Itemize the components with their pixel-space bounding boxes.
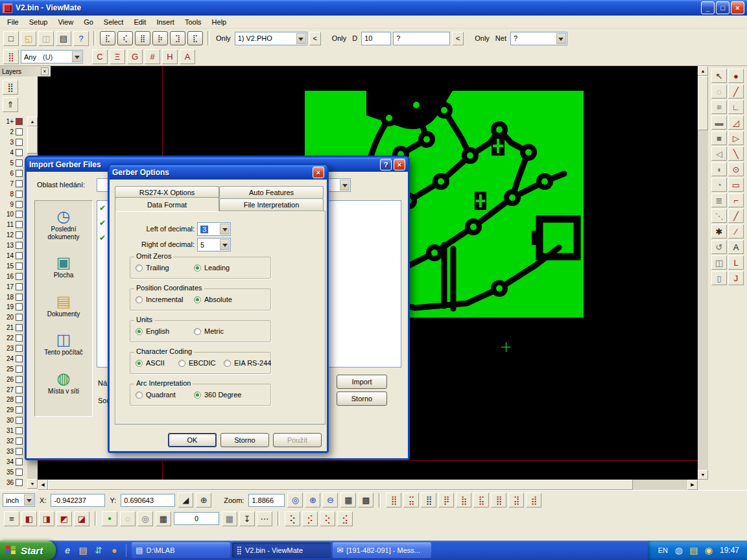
layer-row[interactable]: 8	[0, 189, 27, 199]
target-icon[interactable]: ⊕	[196, 493, 211, 508]
layers-panel-header[interactable]: Layers ×	[0, 66, 51, 76]
tool-icon[interactable]: ⋱	[711, 209, 727, 223]
radio-ascii[interactable]: ASCII	[136, 359, 165, 367]
radio-quadrant[interactable]: Quadrant	[136, 391, 176, 399]
dot-pattern-icon[interactable]: ⣪	[337, 511, 353, 526]
layer-row[interactable]: 36	[0, 477, 27, 487]
tool-icon[interactable]: ◫	[711, 255, 727, 270]
save-icon[interactable]: ◫	[38, 31, 54, 46]
layer-combo[interactable]: 1) V2.PHO	[235, 32, 307, 45]
step-icon[interactable]: ▦	[222, 511, 237, 526]
gerber-dialog-titlebar[interactable]: Gerber Options ×	[110, 165, 327, 180]
layer-row[interactable]: 18	[0, 292, 27, 302]
scrollbar-thumb[interactable]	[698, 76, 708, 130]
layer-row[interactable]: 34	[0, 456, 27, 467]
layer-swatch[interactable]	[16, 366, 23, 373]
chevron-down-icon[interactable]	[220, 239, 230, 250]
layer-row[interactable]: 30	[0, 415, 27, 426]
scroll-down-icon[interactable]: ▼	[698, 470, 708, 480]
zoom-icon[interactable]: ◎	[287, 493, 303, 508]
layer-swatch[interactable]	[16, 417, 23, 424]
layer-swatch[interactable]	[16, 448, 23, 455]
tool-icon[interactable]: ◔	[711, 178, 727, 192]
layer-swatch[interactable]	[16, 273, 23, 280]
chevron-down-icon[interactable]	[296, 33, 306, 44]
signal-light-icon[interactable]: ●	[102, 511, 117, 526]
print-icon[interactable]: ▤	[56, 31, 71, 46]
tool-icon[interactable]: #	[145, 49, 160, 64]
layer-swatch[interactable]	[16, 314, 23, 321]
lamp-icon[interactable]: ◌	[120, 511, 136, 526]
pattern-icon[interactable]: ≡	[4, 511, 19, 526]
grid-step-value[interactable]: 0	[174, 512, 219, 525]
layer-swatch[interactable]	[16, 334, 23, 342]
tool-icon[interactable]: ⌐	[728, 193, 744, 207]
aperture-grid-icon[interactable]: ⣿	[3, 49, 19, 64]
radio-incremental[interactable]: Incremental	[136, 296, 183, 303]
quick-launch-icon[interactable]: e	[61, 544, 74, 557]
layers-grid-icon[interactable]: ⣿	[3, 80, 18, 95]
radio-ebcdic[interactable]: EBCDIC	[178, 359, 216, 367]
layer-swatch[interactable]	[16, 479, 23, 486]
scrollbar-thumb[interactable]	[27, 126, 38, 154]
layer-swatch[interactable]	[16, 438, 23, 445]
scroll-down-icon[interactable]: ▼	[27, 479, 38, 489]
right-decimal-combo[interactable]: 5	[197, 238, 231, 251]
tab-file-interpretation[interactable]: File Interpretation	[219, 198, 324, 211]
radio-leading[interactable]: Leading	[194, 264, 230, 272]
place-item[interactable]: ◍ Místa v síti	[35, 371, 92, 395]
layer-swatch[interactable]	[16, 427, 23, 434]
aperture-icon[interactable]: ⣿	[491, 493, 506, 508]
tool-icon[interactable]: ⣏	[100, 31, 115, 45]
layer-row[interactable]: 11	[0, 220, 27, 230]
selection-filter-combo[interactable]: Any (U)	[21, 50, 83, 64]
layer-swatch[interactable]	[16, 118, 23, 125]
menu-item[interactable]: Setup	[24, 16, 53, 28]
net-combo[interactable]: ?	[510, 32, 567, 45]
cancel-button[interactable]: Storno	[220, 433, 269, 447]
aperture-icon[interactable]: ⣾	[526, 493, 541, 508]
tool-icon[interactable]: ⣏	[187, 31, 203, 45]
tool-icon[interactable]: J	[728, 271, 744, 285]
tool-icon[interactable]: H	[162, 49, 178, 64]
dot-pattern-icon[interactable]: ⢕	[285, 511, 300, 526]
quick-launch-icon[interactable]: ●	[108, 544, 121, 557]
layer-swatch[interactable]	[16, 376, 23, 383]
lamp-icon[interactable]: ◎	[137, 511, 153, 526]
ok-button[interactable]: OK	[168, 433, 217, 447]
layer-swatch[interactable]	[16, 242, 23, 249]
pattern-icon[interactable]: ◨	[39, 511, 54, 526]
tool-icon[interactable]: C	[92, 49, 108, 64]
layer-row[interactable]: 28	[0, 395, 27, 405]
chevron-down-icon[interactable]	[340, 180, 350, 191]
language-indicator[interactable]: EN	[658, 546, 668, 554]
import-cancel-button[interactable]: Storno	[337, 391, 387, 406]
tool-icon[interactable]: ≡	[711, 100, 727, 114]
scroll-left-icon[interactable]: ◀	[38, 480, 48, 490]
layer-swatch[interactable]	[16, 345, 23, 352]
layer-row[interactable]: 7	[0, 178, 27, 189]
layer-swatch[interactable]	[16, 303, 23, 310]
layer-row[interactable]: 23	[0, 344, 27, 354]
layer-row[interactable]: 26	[0, 374, 27, 384]
open-file-icon[interactable]: ◱	[21, 31, 36, 46]
pattern-icon[interactable]: ◧	[21, 511, 37, 526]
vertical-scrollbar[interactable]: ▲ ▼	[698, 66, 708, 480]
layer-row[interactable]: 10	[0, 209, 27, 220]
layer-swatch[interactable]	[16, 283, 23, 290]
layer-row[interactable]: 2	[0, 127, 27, 137]
layer-swatch[interactable]	[16, 221, 23, 228]
place-item[interactable]: ◫ Tento počítač	[35, 332, 92, 356]
chevron-down-icon[interactable]	[72, 51, 82, 62]
aperture-icon[interactable]: ⣯	[473, 493, 489, 508]
layer-row[interactable]: 21	[0, 323, 27, 333]
menu-item[interactable]: Edit	[128, 16, 151, 28]
pattern-icon[interactable]: ◩	[56, 511, 72, 526]
layer-row[interactable]: 20	[0, 312, 27, 323]
layer-swatch[interactable]	[16, 252, 23, 259]
radio-absolute[interactable]: Absolute	[194, 296, 232, 303]
tool-icon[interactable]: ⣹	[170, 31, 185, 45]
place-item[interactable]: ▣ Plocha	[35, 255, 92, 279]
tool-icon[interactable]: ▬	[711, 115, 727, 130]
tab[interactable]: Auto Features	[219, 186, 324, 198]
